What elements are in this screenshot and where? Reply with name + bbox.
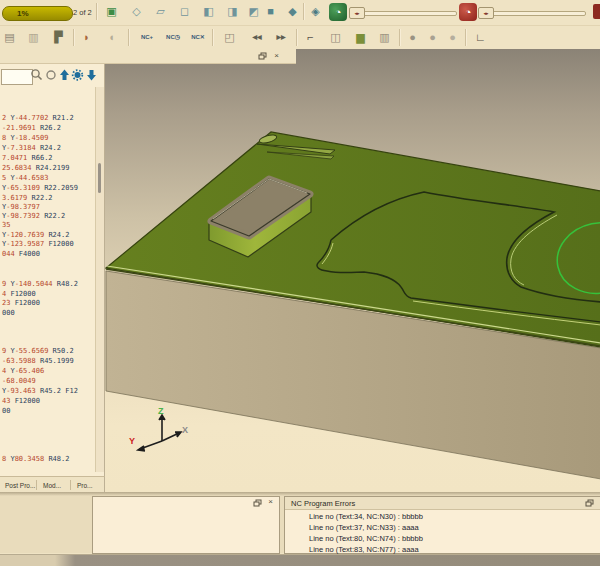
stock-plane-icon[interactable]: ◖ [103,29,120,46]
find-previous-icon[interactable] [58,68,71,82]
code-tab-3[interactable]: Pro... [74,480,96,491]
speed-gauge-red-icon[interactable]: ◔ [459,3,477,21]
code-scrollbar[interactable] [95,87,104,472]
output-panel-float-icon[interactable] [253,499,262,508]
find-next-icon[interactable] [85,68,98,82]
speed-slider-green-handle[interactable]: ◂▸ [349,7,365,19]
code-value: -140.5044 [15,280,57,288]
nc-code-line[interactable]: 3.6179 R22.2 [2,194,53,202]
view-front-icon[interactable]: ◻ [176,3,193,20]
nc-code-line[interactable]: Y-98.7392 R22.2 [2,212,65,220]
code-tab-2[interactable]: Mod... [40,480,64,491]
view-top-icon[interactable]: ▱ [152,3,169,20]
nc-code-listing[interactable]: 2 Y-44.7702 R21.2-21.9691 R26.28 Y-18.45… [0,87,96,472]
search-settings-icon[interactable] [71,68,84,82]
nc-code-line[interactable]: Y-123.9587 F12000 [2,240,74,248]
solid-cube-icon[interactable]: ◈ [307,3,324,20]
nc-code-line[interactable]: Y-93.463 R45.2 F12 [2,387,78,395]
nc-code-line[interactable]: Y-7.3184 R24.2 [2,144,61,152]
nc-code-line[interactable]: 35 [2,221,10,229]
dock-float-icon[interactable] [258,52,267,61]
stock-barrel-icon[interactable]: ▥ [376,29,393,46]
fast-forward-icon[interactable]: ▶▶ [270,29,292,46]
nc-code-line[interactable]: 9 Y-140.5044 R48.2 [2,280,78,288]
simulation-progress-bar: 1% [2,6,73,21]
nc-code-line[interactable]: Y-120.7639 R24.2 [2,231,69,239]
nc-code-line[interactable]: 9 Y-55.6569 R50.2 [2,347,74,355]
error-row[interactable]: Line no (Text:83, NC:N77) : aaaa [309,545,419,554]
viewport-3d[interactable]: Z Y X [104,49,600,492]
speed-slider-green[interactable] [351,11,457,16]
view-isometric-icon[interactable]: ◇ [128,3,145,20]
speed-gauge-green-icon[interactable]: ◔ [329,3,347,21]
speed-slider-red[interactable] [480,11,586,16]
speed-slider-red-handle[interactable]: ◂▸ [478,7,494,19]
nc-code-line[interactable]: 8 Y-18.4509 [2,134,48,142]
remove-stock-icon[interactable]: ▤ [1,29,18,46]
nc-code-line[interactable]: 8 Y80.3458 R48.2 [2,455,69,463]
nc-code-line[interactable]: 000 [2,309,15,317]
code-word: 00 [2,407,10,415]
nc-time-icon[interactable]: NC◷ [162,29,184,46]
view-shaded-icon[interactable]: ■ [262,3,279,20]
code-tab-1[interactable]: Post Pro... [2,480,38,491]
nc-code-line[interactable]: 5 Y-44.6583 [2,174,48,182]
report-icon[interactable]: ◫ [327,29,344,46]
dock-close-icon[interactable]: × [272,52,281,61]
view-left-icon[interactable]: ◩ [245,3,262,20]
restore-stock-icon[interactable]: ▥ [25,29,42,46]
errors-panel-float-icon[interactable] [585,499,594,508]
nc-code-line[interactable]: 00 [2,407,10,415]
code-value: -44.7702 [15,114,53,122]
match-circle-icon[interactable] [45,68,58,82]
view-right-icon[interactable]: ◧ [200,3,217,20]
error-row[interactable]: Line no (Text:37, NC:N33) : aaaa [309,523,419,532]
sphere-x-icon[interactable]: ● [404,29,421,46]
code-panel-tabs: Post Pro...Mod...Pro... [0,476,105,493]
window-step-icon[interactable]: ◰ [221,29,238,46]
code-word: R48.2 [57,280,78,288]
nc-code-line[interactable]: 4 Y-65.406 [2,367,44,375]
rewind-icon[interactable]: ◀◀ [246,29,268,46]
search-icon[interactable] [30,68,43,82]
nc-code-line[interactable]: 23 F12000 [2,299,40,307]
nc-code-line[interactable]: -68.0049 [2,377,36,385]
fit-view-icon[interactable]: ▣ [103,3,120,20]
simulate-stock-icon[interactable]: ◗ [78,29,95,46]
nc-code-line[interactable]: 7.0471 R66.2 [2,154,53,162]
code-value: 43 [2,397,15,405]
code-value: -44.6583 [15,174,49,182]
machined-part-scene: Z Y X [105,49,600,492]
axes-icon[interactable]: ∟ [472,29,489,46]
sphere-z-icon[interactable]: ● [444,29,461,46]
nc-code-line[interactable]: 2 Y-44.7702 R21.2 [2,114,74,122]
code-scrollbar-thumb[interactable] [98,163,101,193]
nc-delete-icon[interactable]: NC✕ [187,29,209,46]
nc-code-line[interactable]: 25.6834 R24.2199 [2,164,69,172]
workpiece-block-icon[interactable]: ▛ [50,29,67,46]
clipped-toolbar-icon[interactable] [593,4,600,19]
probe-tool-icon[interactable]: ⌐ [302,29,319,46]
error-row[interactable]: Line no (Text:80, NC:N74) : bbbbb [309,534,423,543]
view-rotate-icon[interactable]: ◆ [284,3,301,20]
nc-code-line[interactable]: 4 F12000 [2,290,36,298]
stats-chart-icon[interactable]: ▆ [352,29,369,46]
search-input[interactable] [1,69,33,85]
nc-code-line[interactable]: Y-98.3797 [2,203,40,211]
nc-code-line[interactable]: 43 F12000 [2,397,40,405]
nc-code-line[interactable]: Y-65.3109 R22.2059 [2,184,78,192]
nc-add-icon[interactable]: NC+ [136,29,158,46]
code-word: F4000 [19,250,40,258]
code-search-row [0,66,104,86]
nc-code-line[interactable]: -21.9691 R26.2 [2,124,61,132]
code-value: -65.3109 [6,184,44,192]
output-panel-close-icon[interactable]: × [266,498,275,507]
nc-program-errors-panel: NC Program Errors Line no (Text:34, NC:N… [284,496,600,554]
sphere-y-icon[interactable]: ● [424,29,441,46]
toolbar-machining: ▤▥▛◗◖NC+NC◷NC✕◰◀◀▶▶⌐◫▆▥●●●∟ [0,26,600,50]
error-row[interactable]: Line no (Text:34, NC:N30) : bbbbb [309,512,423,521]
code-word: R45.1999 [40,357,74,365]
nc-code-line[interactable]: -63.5988 R45.1999 [2,357,74,365]
nc-code-line[interactable]: 044 F4000 [2,250,40,258]
view-back-icon[interactable]: ◨ [224,3,241,20]
